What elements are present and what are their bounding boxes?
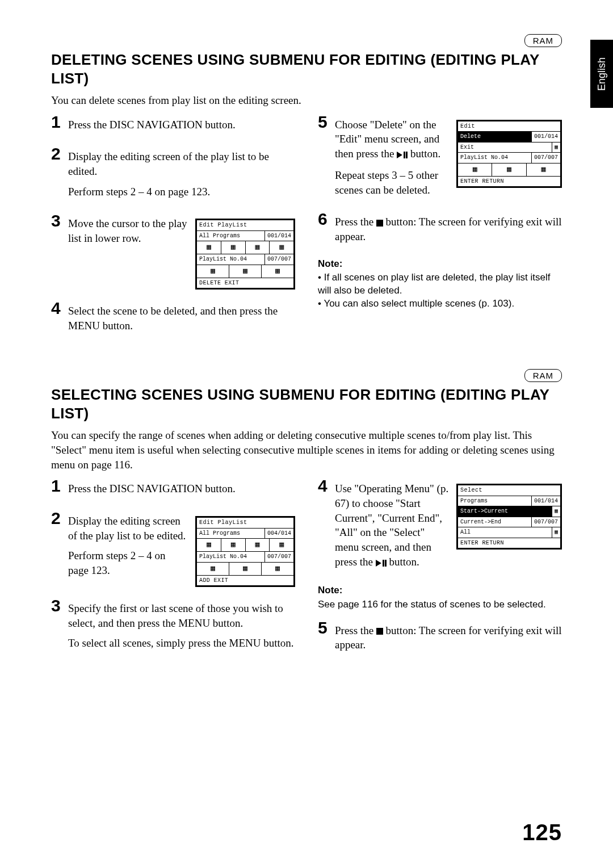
diagram-title: Edit bbox=[458, 121, 560, 132]
diagram-menu-start-current: Start->Current bbox=[458, 506, 552, 517]
diagram-programs-count: 001/014 bbox=[264, 231, 293, 241]
note-body: See page 116 for the status of scenes to… bbox=[318, 598, 562, 611]
diagram-programs-label: Programs bbox=[458, 496, 531, 506]
note-block: Note: See page 116 for the status of sce… bbox=[318, 584, 562, 611]
thumbnail-icon: ▦ bbox=[197, 563, 229, 575]
diagram-programs-label: All Programs bbox=[197, 231, 264, 241]
step-text: Press the button: The screen for verifyi… bbox=[335, 623, 562, 652]
diagram-programs-count: 004/014 bbox=[264, 529, 293, 539]
note-block: Note: If all scenes on play list are del… bbox=[318, 258, 562, 311]
thumbnail-icon: ▦ bbox=[229, 265, 262, 278]
step-subtext: To select all scenes, simply press the M… bbox=[68, 636, 295, 651]
step-5: 5 Choose "Delete" on the "Edit" menu scr… bbox=[318, 114, 562, 203]
thumbnail-icon: ▦ bbox=[492, 163, 526, 176]
stop-icon bbox=[376, 220, 383, 227]
section-intro: You can specify the range of scenes when… bbox=[51, 428, 562, 472]
step-text: Press the DISC NAVIGATION button. bbox=[68, 481, 236, 496]
thumbnail-icon: ▦ bbox=[246, 539, 270, 551]
diagram-menu-delete: Delete bbox=[458, 132, 531, 142]
step-3: 3 Specify the first or last scene of tho… bbox=[51, 597, 295, 656]
ram-badge: RAM bbox=[524, 34, 562, 47]
step-6: 6 Press the button: The screen for verif… bbox=[318, 211, 562, 249]
step-subtext: Repeat steps 3 – 5 other scenes can be d… bbox=[335, 168, 450, 197]
diagram-footer: ENTER RETURN bbox=[458, 538, 560, 548]
thumbnail-icon: ▦ bbox=[197, 539, 221, 551]
thumbnail-icon: ▦ bbox=[527, 163, 560, 176]
step-text: Use "Operating Menu" (p. 67) to choose "… bbox=[335, 481, 450, 570]
note-title: Note: bbox=[318, 584, 562, 597]
left-column: 1 Press the DISC NAVIGATION button. 2 Di… bbox=[51, 477, 295, 664]
step-text: Move the cursor to the play list in lowe… bbox=[68, 216, 188, 245]
screen-diagram-edit-menu: Edit Delete 001/014 Exit ▦ PlayList No.0… bbox=[456, 120, 562, 188]
thumbnail-icon: ▦ bbox=[270, 241, 293, 254]
step-2: 2 Display the editing screen of the play… bbox=[51, 145, 295, 204]
document-page: English RAM DELETING SCENES USING SUBMEN… bbox=[0, 0, 613, 868]
step-3: 3 Move the cursor to the play list in lo… bbox=[51, 212, 295, 292]
diagram-playlist-label: PlayList No.04 bbox=[197, 254, 264, 265]
diagram-playlist-count: 007/007 bbox=[531, 153, 560, 163]
note-title: Note: bbox=[318, 258, 562, 271]
thumbnail-icon: ▦ bbox=[552, 527, 560, 538]
play-pause-icon bbox=[397, 147, 408, 162]
diagram-menu-all: All bbox=[458, 527, 552, 538]
thumbnail-icon: ▦ bbox=[197, 241, 221, 254]
thumbnail-icon: ▦ bbox=[246, 241, 270, 254]
left-column: 1 Press the DISC NAVIGATION button. 2 Di… bbox=[51, 114, 295, 347]
step-1: 1 Press the DISC NAVIGATION button. bbox=[51, 114, 295, 138]
diagram-playlist-count: 007/007 bbox=[264, 552, 293, 562]
step-5: 5 Press the button: The screen for verif… bbox=[318, 619, 562, 658]
diagram-playlist-count: 007/007 bbox=[264, 254, 293, 265]
diagram-programs-label: All Programs bbox=[197, 529, 264, 539]
step-text: Select the scene to be deleted, and then… bbox=[68, 304, 295, 333]
thumbnail-icon: ▦ bbox=[458, 163, 492, 176]
page-number: 125 bbox=[522, 820, 562, 845]
language-tab: English bbox=[590, 40, 613, 108]
diagram-title: Edit PlayList bbox=[197, 220, 293, 230]
diagram-programs-count: 001/014 bbox=[531, 496, 560, 506]
thumbnail-icon: ▦ bbox=[221, 241, 246, 254]
thumbnail-icon: ▦ bbox=[197, 265, 229, 278]
stop-icon bbox=[376, 628, 383, 635]
diagram-pl-count: 007/007 bbox=[531, 517, 560, 527]
step-4: 4 Use "Operating Menu" (p. 67) to choose… bbox=[318, 477, 562, 576]
diagram-playlist-label: PlayList No.04 bbox=[197, 552, 264, 562]
step-text: Specify the first or last scene of those… bbox=[68, 601, 295, 630]
step-subtext: Perform steps 2 – 4 on page 123. bbox=[68, 548, 188, 577]
step-text: Press the button: The screen for verifyi… bbox=[335, 215, 562, 244]
diagram-count: 001/014 bbox=[531, 132, 560, 142]
step-text: Display the editing screen of the play l… bbox=[68, 149, 295, 178]
section-intro: You can delete scenes from play list on … bbox=[51, 93, 562, 108]
step-text: Display the editing screen of the play l… bbox=[68, 514, 188, 543]
step-text: Press the DISC NAVIGATION button. bbox=[68, 118, 236, 132]
diagram-footer: DELETE EXIT bbox=[197, 278, 293, 288]
step-subtext: Perform steps 2 – 4 on page 123. bbox=[68, 184, 295, 199]
step-4: 4 Select the scene to be deleted, and th… bbox=[51, 300, 295, 338]
step-2: 2 Display the editing screen of the play… bbox=[51, 510, 295, 589]
diagram-menu-exit: Exit bbox=[458, 142, 552, 153]
diagram-menu-current-end: Current->End bbox=[458, 517, 531, 527]
screen-diagram-edit-playlist: Edit PlayList All Programs 001/014 ▦ ▦ ▦… bbox=[195, 219, 295, 290]
screen-diagram-edit-playlist: Edit PlayList All Programs 004/014 ▦ ▦ ▦… bbox=[195, 516, 295, 587]
diagram-footer: ENTER RETURN bbox=[458, 176, 560, 187]
step-1: 1 Press the DISC NAVIGATION button. bbox=[51, 477, 295, 502]
play-pause-icon bbox=[376, 555, 387, 571]
note-item: You can also select multiple scenes (p. … bbox=[318, 297, 562, 311]
thumbnail-icon: ▦ bbox=[221, 539, 246, 551]
step-text: Choose "Delete" on the "Edit" menu scree… bbox=[335, 118, 450, 162]
ram-badge: RAM bbox=[524, 369, 562, 382]
section-title: DELETING SCENES USING SUBMENU FOR EDITIN… bbox=[51, 51, 562, 87]
section-deleting-scenes: RAM DELETING SCENES USING SUBMENU FOR ED… bbox=[51, 34, 562, 346]
diagram-title: Edit PlayList bbox=[197, 518, 293, 528]
section-selecting-scenes: RAM SELECTING SCENES USING SUBMENU FOR E… bbox=[51, 369, 562, 665]
screen-diagram-select-menu: Select Programs 001/014 Start->Current ▦… bbox=[456, 484, 562, 550]
section-title: SELECTING SCENES USING SUBMENU FOR EDITI… bbox=[51, 385, 562, 422]
right-column: 4 Use "Operating Menu" (p. 67) to choose… bbox=[318, 477, 562, 665]
note-item: If all scenes on play list are deleted, … bbox=[318, 271, 562, 297]
thumbnail-icon: ▦ bbox=[270, 539, 293, 551]
thumbnail-icon: ▦ bbox=[262, 563, 293, 575]
right-column: 5 Choose "Delete" on the "Edit" menu scr… bbox=[318, 114, 562, 311]
thumbnail-icon: ▦ bbox=[552, 506, 560, 517]
thumbnail-icon: ▦ bbox=[552, 142, 560, 153]
thumbnail-icon: ▦ bbox=[262, 265, 293, 278]
diagram-playlist-label: PlayList No.04 bbox=[458, 153, 531, 163]
